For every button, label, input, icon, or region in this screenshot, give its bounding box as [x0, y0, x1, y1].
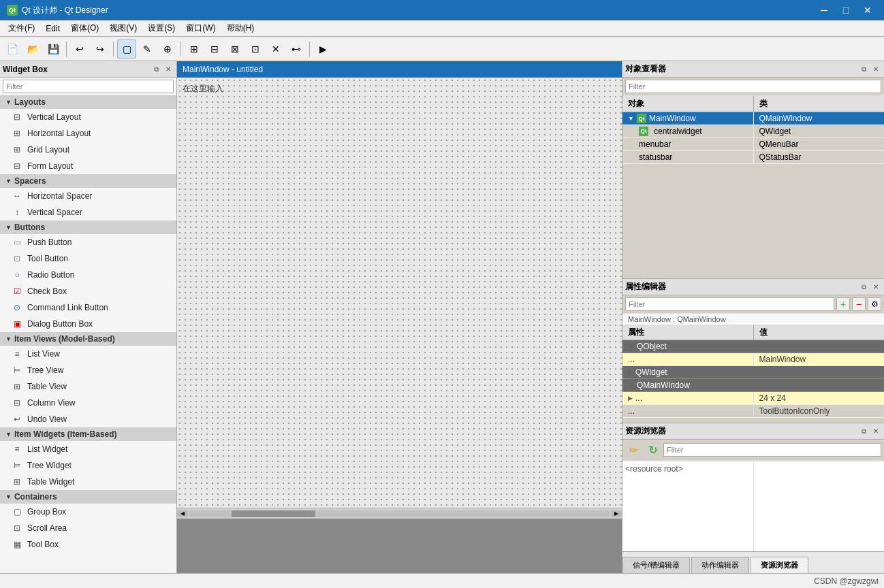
widget-item-form-layout[interactable]: Form Layout — [0, 158, 176, 174]
object-inspector-header-btns[interactable]: ⧉ ✕ — [858, 64, 881, 75]
widget-item-horizontal-layout[interactable]: Horizontal Layout — [0, 125, 176, 142]
menu-file[interactable]: 文件(F) — [3, 21, 40, 35]
object-inspector-close-btn[interactable]: ✕ — [870, 64, 881, 75]
prop-category-qobject[interactable]: ▼ QObject — [622, 340, 884, 353]
inspector-row-menubar[interactable]: menubar QMenuBar — [622, 138, 884, 151]
widget-item-tool-button[interactable]: Tool Button — [0, 250, 176, 267]
category-spacers[interactable]: ▼ Spacers — [0, 174, 176, 188]
scroll-right-arrow[interactable]: ▶ — [611, 510, 622, 517]
widget-item-table-widget[interactable]: Table Widget — [0, 474, 176, 490]
widget-item-table-view[interactable]: Table View — [0, 378, 176, 395]
scroll-left-arrow[interactable]: ◀ — [177, 510, 188, 517]
menu-view[interactable]: 视图(V) — [104, 21, 142, 35]
widget-box-float-btn[interactable]: ⧉ — [151, 64, 161, 75]
widget-item-list-view[interactable]: List View — [0, 346, 176, 362]
inspector-row-mainwindow[interactable]: ▼ Qt MainWindow QMainWindow — [622, 112, 884, 125]
widget-box-header-btns[interactable]: ⧉ ✕ — [151, 64, 174, 75]
close-button[interactable]: ✕ — [858, 3, 877, 17]
widget-item-horizontal-spacer[interactable]: Horizontal Spacer — [0, 188, 176, 204]
category-containers[interactable]: ▼ Containers — [0, 490, 176, 504]
widget-item-tool-box[interactable]: Tool Box — [0, 536, 176, 553]
prop-row-objectname[interactable]: ... MainWindow — [622, 353, 884, 366]
category-item-widgets[interactable]: ▼ Item Widgets (Item-Based) — [0, 427, 176, 441]
main-layout: Widget Box ⧉ ✕ ▼ Layouts Vertical Layout… — [0, 61, 884, 573]
toolbar-layout-g-btn[interactable]: ⊠ — [225, 39, 244, 59]
resource-filter-input[interactable] — [663, 443, 881, 457]
toolbar-redo-btn[interactable]: ↪ — [91, 39, 110, 59]
widget-item-scroll-area[interactable]: Scroll Area — [0, 520, 176, 536]
horizontal-scrollbar-track[interactable] — [189, 510, 610, 517]
inspector-row-centralwidget[interactable]: Qt centralwidget QWidget — [622, 125, 884, 138]
resource-browser-close-btn[interactable]: ✕ — [870, 426, 881, 437]
widget-item-undo-view[interactable]: Undo View — [0, 411, 176, 427]
toolbar-connect-btn[interactable]: ⊕ — [158, 39, 177, 59]
property-editor-close-btn[interactable]: ✕ — [870, 282, 881, 293]
widget-item-command-link[interactable]: Command Link Button — [0, 299, 176, 316]
property-editor-float-btn[interactable]: ⧉ — [858, 282, 869, 293]
widget-item-grid-layout[interactable]: Grid Layout — [0, 142, 176, 158]
prop-config-btn[interactable]: ⚙ — [868, 297, 881, 311]
category-buttons[interactable]: ▼ Buttons — [0, 220, 176, 234]
table-view-icon — [11, 380, 23, 393]
toolbar-layout-h-btn[interactable]: ⊞ — [185, 39, 204, 59]
prop-filter-input[interactable] — [625, 297, 834, 311]
widget-item-vertical-spacer[interactable]: Vertical Spacer — [0, 204, 176, 220]
toolbar-save-btn[interactable]: 💾 — [44, 39, 63, 59]
toolbar-adjust-size-btn[interactable]: ⊷ — [287, 39, 306, 59]
resource-browser-float-btn[interactable]: ⧉ — [858, 426, 869, 437]
widget-item-column-view[interactable]: Column View — [0, 395, 176, 411]
menu-help[interactable]: 帮助(H) — [221, 21, 260, 35]
object-inspector-float-btn[interactable]: ⧉ — [858, 64, 869, 75]
widget-item-vertical-layout[interactable]: Vertical Layout — [0, 109, 176, 125]
prop-name-objectname: ... — [622, 353, 754, 365]
category-item-views[interactable]: ▼ Item Views (Model-Based) — [0, 332, 176, 346]
widget-item-tree-view[interactable]: Tree View — [0, 362, 176, 378]
toolbar-sep-4 — [309, 42, 310, 56]
category-layouts[interactable]: ▼ Layouts — [0, 95, 176, 109]
prop-category-qwidget[interactable]: ▶ QWidget — [622, 366, 884, 379]
toolbar-open-btn[interactable]: 📂 — [23, 39, 42, 59]
menu-edit[interactable]: Edit — [40, 22, 65, 35]
category-item-views-label: Item Views (Model-Based) — [14, 334, 115, 344]
widget-item-list-widget[interactable]: List Widget — [0, 441, 176, 457]
inspector-filter-input[interactable] — [625, 80, 881, 93]
maximize-button[interactable]: □ — [836, 3, 855, 17]
widget-item-push-button[interactable]: Push Button — [0, 234, 176, 250]
widget-item-group-box[interactable]: Group Box — [0, 504, 176, 520]
widget-item-check-box[interactable]: Check Box — [0, 283, 176, 299]
toolbar-undo-btn[interactable]: ↩ — [70, 39, 89, 59]
toolbar-preview-btn[interactable]: ▶ — [313, 39, 332, 59]
toolbar-layout-v-btn[interactable]: ⊟ — [205, 39, 224, 59]
tab-action-editor[interactable]: 动作编辑器 — [691, 557, 749, 573]
tab-resource-browser[interactable]: 资源浏览器 — [751, 557, 808, 573]
prop-remove-btn[interactable]: − — [852, 297, 866, 311]
menu-window[interactable]: 窗口(W) — [180, 21, 221, 35]
toolbar-select-btn[interactable]: ▢ — [117, 39, 136, 59]
widget-box-close-btn[interactable]: ✕ — [163, 64, 174, 75]
menu-settings[interactable]: 设置(S) — [142, 21, 180, 35]
widget-item-radio-button[interactable]: Radio Button — [0, 267, 176, 283]
resource-refresh-btn[interactable]: ↻ — [644, 442, 661, 458]
prop-category-qmainwindow[interactable]: ▼ QMainWindow — [622, 379, 884, 392]
widget-item-dialog-button-box[interactable]: Dialog Button Box — [0, 316, 176, 332]
status-bar: CSDN @zgwzgwi — [0, 573, 884, 588]
prop-add-btn[interactable]: + — [836, 297, 850, 311]
toolbar-break-layout-btn[interactable]: ✕ — [266, 39, 285, 59]
resource-edit-btn[interactable]: ✏ — [625, 442, 642, 458]
widget-box-filter[interactable] — [3, 80, 174, 93]
toolbar-new-btn[interactable]: 📄 — [3, 39, 22, 59]
widget-item-tree-widget[interactable]: Tree Widget — [0, 457, 176, 474]
mainwindow-expand-arrow[interactable]: ▼ — [628, 115, 634, 122]
prop-row-iconsize[interactable]: ▶ ... 24 x 24 — [622, 392, 884, 405]
resource-browser-header-btns[interactable]: ⧉ ✕ — [858, 426, 881, 437]
title-bar-controls[interactable]: ─ □ ✕ — [815, 3, 877, 17]
minimize-button[interactable]: ─ — [815, 3, 834, 17]
canvas-content[interactable]: 在这里输入 — [177, 78, 622, 508]
property-editor-header-btns[interactable]: ⧉ ✕ — [858, 282, 881, 293]
tab-signal-slot-editor[interactable]: 信号/槽编辑器 — [622, 557, 690, 573]
toolbar-layout-f-btn[interactable]: ⊡ — [246, 39, 265, 59]
menu-form[interactable]: 窗体(O) — [65, 21, 104, 35]
prop-row-toolbtnstyle[interactable]: ... ToolButtonIconOnly — [622, 405, 884, 418]
inspector-row-statusbar[interactable]: statusbar QStatusBar — [622, 151, 884, 164]
toolbar-edit-btn[interactable]: ✎ — [138, 39, 157, 59]
